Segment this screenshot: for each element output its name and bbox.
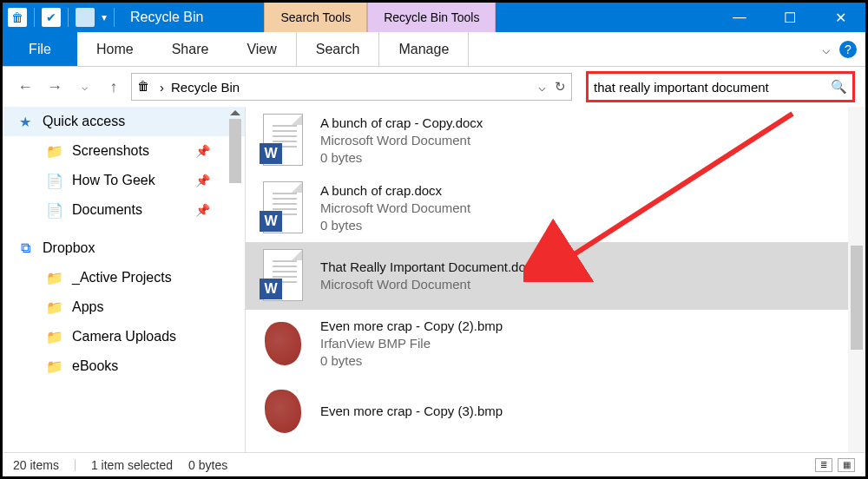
file-size: 0 bytes (320, 217, 470, 234)
file-type: Microsoft Word Document (320, 200, 470, 217)
icons-view-button[interactable]: ▦ (838, 458, 855, 472)
sidebar-item-label: Camera Uploads (72, 329, 176, 344)
separator (75, 459, 76, 471)
maximize-button[interactable]: ☐ (765, 3, 815, 32)
file-item[interactable]: W That Really Important Document.docx Mi… (246, 242, 865, 310)
file-type: Microsoft Word Document (320, 132, 483, 149)
pin-icon: 📌 (195, 203, 210, 217)
sidebar-item-label: eBooks (72, 358, 118, 374)
folder-icon: 📁 (46, 143, 63, 160)
sidebar-item-quick-access[interactable]: ★ Quick access (3, 107, 245, 136)
address-separator: › (160, 80, 164, 95)
up-button[interactable]: ↑ (102, 75, 126, 99)
sidebar-item-howtogeek[interactable]: 📄 How To Geek 📌 (3, 166, 245, 195)
bmp-file-icon (260, 317, 306, 371)
new-folder-icon[interactable] (76, 8, 95, 27)
sidebar-item-label: Quick access (43, 114, 125, 129)
history-dropdown-icon[interactable]: ⌵ (72, 75, 96, 99)
file-item[interactable]: W A bunch of crap.docx Microsoft Word Do… (246, 174, 865, 242)
recycle-bin-icon[interactable]: 🗑 (8, 8, 27, 27)
search-tools-tab[interactable]: Search Tools (264, 3, 367, 32)
content-area: ★ Quick access 📁 Screenshots 📌 📄 How To … (3, 107, 865, 452)
refresh-icon[interactable]: ↻ (555, 79, 566, 95)
minimize-button[interactable]: — (714, 3, 765, 32)
address-path: Recycle Bin (171, 80, 240, 95)
word-document-icon: W (260, 249, 306, 303)
pin-icon: 📌 (195, 174, 210, 187)
ribbon-tab-manage[interactable]: Manage (379, 32, 468, 66)
file-type: IrfanView BMP File (320, 335, 503, 352)
separator (468, 32, 469, 66)
details-view-button[interactable]: ≣ (815, 458, 832, 472)
sidebar-item-label: Screenshots (72, 143, 149, 159)
separator (34, 8, 35, 27)
ribbon-tab-home[interactable]: Home (77, 32, 153, 66)
titlebar: 🗑 ✔ ▾ Recycle Bin Search Tools Recycle B… (3, 3, 865, 32)
ribbon-tab-share[interactable]: Share (153, 32, 228, 66)
sidebar-item-dropbox[interactable]: ⧉ Dropbox (3, 233, 245, 263)
status-item-count: 20 items (13, 458, 59, 472)
dropbox-icon: ⧉ (16, 240, 34, 256)
filelist-scrollbar[interactable] (848, 107, 865, 452)
search-icon[interactable]: 🔍 (831, 79, 847, 95)
address-bar[interactable]: 🗑 › Recycle Bin ⌵ ↻ (131, 73, 572, 101)
status-bar: 20 items 1 item selected 0 bytes ≣ ▦ (3, 452, 865, 476)
ribbon-collapse-icon[interactable]: ⌵ (822, 41, 831, 57)
sidebar-item-ebooks[interactable]: 📁 eBooks (3, 351, 245, 381)
status-selected-count: 1 item selected (91, 458, 173, 472)
file-list[interactable]: W A bunch of crap - Copy.docx Microsoft … (246, 107, 865, 452)
file-item[interactable]: W A bunch of crap - Copy.docx Microsoft … (246, 107, 865, 174)
search-box[interactable]: 🔍 (586, 71, 855, 102)
separator (114, 8, 115, 27)
recycle-bin-icon: 🗑 (137, 79, 153, 95)
folder-icon: 📁 (46, 329, 63, 345)
folder-icon: 📁 (46, 270, 63, 286)
sidebar: ★ Quick access 📁 Screenshots 📌 📄 How To … (3, 107, 246, 452)
sidebar-item-label: How To Geek (72, 173, 155, 188)
file-item[interactable]: Even more crap - Copy (3).bmp (246, 377, 865, 445)
file-name: That Really Important Document.docx (320, 259, 539, 276)
sidebar-item-label: Documents (72, 202, 142, 218)
titlebar-left: 🗑 ✔ ▾ Recycle Bin (3, 3, 203, 32)
separator (68, 8, 69, 27)
window-title: Recycle Bin (122, 3, 203, 32)
help-icon[interactable]: ? (839, 41, 857, 58)
forward-button[interactable]: → (43, 75, 67, 99)
qa-dropdown-icon[interactable]: ▾ (102, 11, 107, 23)
window-controls: — ☐ ✕ (714, 3, 865, 32)
file-name: A bunch of crap.docx (320, 182, 470, 200)
file-name: Even more crap - Copy (2).bmp (320, 318, 503, 335)
file-name: Even more crap - Copy (3).bmp (320, 403, 503, 420)
search-input[interactable] (594, 80, 831, 95)
ribbon-tab-view[interactable]: View (227, 32, 295, 66)
file-type: Microsoft Word Document (320, 276, 539, 293)
navigation-bar: ← → ⌵ ↑ 🗑 › Recycle Bin ⌵ ↻ 🔍 (3, 67, 865, 107)
sidebar-item-apps[interactable]: 📁 Apps (3, 292, 245, 322)
back-button[interactable]: ← (13, 75, 37, 99)
ribbon-tab-search[interactable]: Search (297, 32, 379, 66)
file-item[interactable]: Even more crap - Copy (2).bmp IrfanView … (246, 310, 865, 377)
document-icon: 📄 (46, 202, 63, 219)
address-dropdown-icon[interactable]: ⌵ (538, 79, 546, 95)
sidebar-item-label: _Active Projects (72, 270, 172, 285)
recycle-bin-tools-tab[interactable]: Recycle Bin Tools (367, 3, 496, 32)
sidebar-item-active-projects[interactable]: 📁 _Active Projects (3, 263, 245, 292)
folder-icon: 📄 (46, 173, 63, 189)
close-button[interactable]: ✕ (815, 3, 865, 32)
file-size: 0 bytes (320, 149, 483, 167)
bmp-file-icon (260, 384, 306, 438)
folder-icon: 📁 (46, 299, 63, 316)
sidebar-item-label: Dropbox (43, 240, 95, 256)
sidebar-item-camera-uploads[interactable]: 📁 Camera Uploads (3, 322, 245, 351)
file-size: 0 bytes (320, 352, 503, 370)
sidebar-item-label: Apps (72, 299, 103, 315)
sidebar-item-documents[interactable]: 📄 Documents 📌 (3, 195, 245, 225)
sidebar-scrollbar[interactable] (227, 110, 243, 452)
file-name: A bunch of crap - Copy.docx (320, 115, 483, 132)
pin-icon: 📌 (195, 144, 210, 158)
file-tab[interactable]: File (3, 32, 77, 66)
properties-icon[interactable]: ✔ (42, 8, 61, 27)
ribbon: File Home Share View Search Manage ⌵ ? (3, 32, 865, 67)
sidebar-item-screenshots[interactable]: 📁 Screenshots 📌 (3, 136, 245, 166)
folder-icon: 📁 (46, 358, 63, 375)
